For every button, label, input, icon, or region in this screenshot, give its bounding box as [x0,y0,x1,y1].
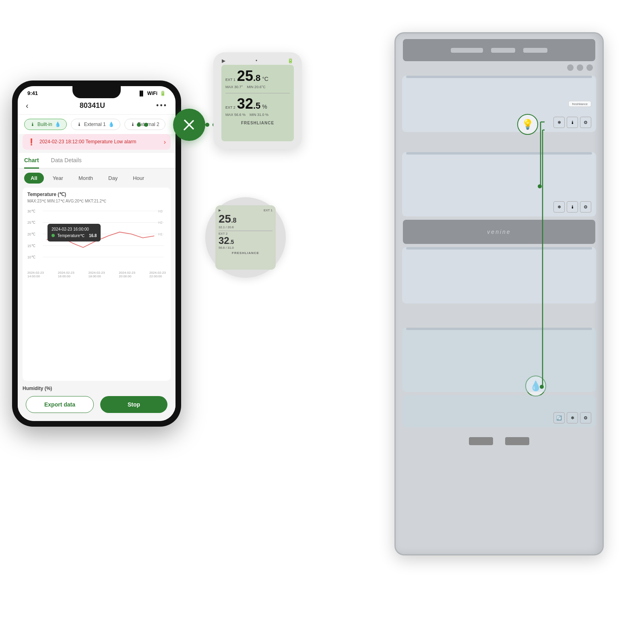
dot-2 [577,64,583,71]
battery-icon-dev: 🔋 [287,58,293,64]
ext2-min: MIN 31.0 % [250,113,268,117]
fridge-section-4 [402,247,596,303]
tooltip-label: Temperature℃ [58,233,85,238]
status-time: 9:41 [27,90,38,96]
bluetooth-icon [180,116,198,134]
drop-icon: 💧 [55,122,61,127]
shelf-1 [406,76,592,78]
fridge-icon-box-4: ❄ [553,201,565,213]
temp-chart-label: Temperature (℃) [27,192,166,197]
ext2-label: EXT 2 [225,105,235,109]
fridge-icon-panel-1: ❄ 🌡 ⚙ [553,117,591,128]
x-label-5: 2024-02-2322:00:00 [149,271,166,278]
svg-text:10℃: 10℃ [27,255,35,259]
stop-button[interactable]: Stop [100,396,167,413]
x-axis: 2024-02-2314:00:00 2024-02-2316:00:00 20… [27,271,166,278]
svg-text:H2: H2 [158,221,163,225]
export-button[interactable]: Export data [26,396,94,413]
bt-dot-1 [137,123,141,127]
divider [225,93,290,93]
battery-icon: 🔋 [160,91,166,96]
mounting-dots [396,64,603,72]
fridge-temp-sensor: 💡 [517,114,538,135]
time-btn-all[interactable]: All [24,173,44,184]
freshliance-device-2: ▶ EXT 1 25.8 32.1 / 20.6 EXT 2 32.5 56.6… [205,197,286,278]
ext2-max: MAX 56.6 % [225,113,246,117]
ext2-temp: 32.5 [237,97,260,111]
temp-chart-stats: MAX:23℃ MIN:17℃ AVG:20℃ MKT:21.2℃ [27,199,166,203]
shelf-5 [406,328,592,330]
dev-s-max2: 56.6 / 31.0 [219,246,234,250]
tab-data-details[interactable]: Data Details [51,153,82,169]
svg-text:20℃: 20℃ [27,232,35,236]
fridge-icon-box-3: ⚙ [580,117,591,128]
thermometer-icon-ext1: 🌡 [77,122,82,127]
foot-2 [505,437,529,445]
fridge-label-tag: freshliance [568,101,591,107]
bottom-buttons: Export data Stop [18,391,175,421]
device-small-inner: ▶ EXT 1 25.8 32.1 / 20.6 EXT 2 32.5 56.6… [215,205,276,270]
more-button[interactable]: ••• [156,101,167,110]
chart-tabs: Chart Data Details [18,153,175,169]
alarm-bar[interactable]: ❗ 2024-02-23 18:12:00 Temperature Low al… [23,134,171,150]
svg-text:30℃: 30℃ [27,209,35,213]
bt-dot-3 [205,123,209,127]
fridge-section-6: 🔄 ❄ ⚙ [402,395,596,427]
signal-icon: ▐▌ [138,91,145,96]
sensor-tab-builtin[interactable]: 🌡 Built-in 💧 [24,119,67,130]
sensor-tab-ext1[interactable]: 🌡 External 1 💧 [71,119,120,130]
back-button[interactable]: ‹ [26,101,29,110]
x-label-3: 2024-02-2318:00:00 [89,271,105,278]
dot-3 [586,64,593,71]
fridge-wrapper: freshliance ❄ 🌡 ⚙ 💡 ❄ 🌡 ⚙ venin [394,32,620,576]
ext1-unit: °C [262,76,268,82]
panel-element-1 [451,48,483,53]
app-title: 80341U [80,101,105,110]
svg-text:25℃: 25℃ [27,221,35,225]
alarm-arrow: › [164,138,166,146]
bt-icon-small: • [256,58,257,64]
humidity-label: Humidity (%) [18,384,175,391]
fridge-section-2: ❄ 🌡 ⚙ [402,152,596,217]
device-top-icons: ▶ • 🔋 [218,58,297,64]
x-label-4: 2024-02-2320:00:00 [119,271,135,278]
dot-1 [567,64,574,71]
bluetooth-bubble [173,109,205,141]
time-btn-hour[interactable]: Hour [126,173,151,184]
time-btn-month[interactable]: Month [72,173,99,184]
shelf-2 [406,152,592,155]
fridge-icon-panel-2: ❄ 🌡 ⚙ [553,201,591,213]
fridge-body: freshliance ❄ 🌡 ⚙ 💡 ❄ 🌡 ⚙ venin [394,32,604,555]
svg-text:H3: H3 [158,209,163,213]
svg-text:15℃: 15℃ [27,244,35,248]
ext1-min: MIN 20.6°C [247,85,266,89]
play-icon: ▶ [222,58,225,64]
sensor-tab-ext1-label: External 1 [84,122,106,127]
tab-chart[interactable]: Chart [24,153,39,169]
fridge-icon-box-2: 🌡 [567,117,578,128]
ext1-label: EXT 1 [225,78,235,82]
freshliance-device-1: ▶ • 🔋 EXT 1 25.8 °C MAX 30.7° MIN 20.6°C… [213,52,302,149]
time-btn-day[interactable]: Day [102,173,124,184]
sensor-tab-builtin-label: Built-in [37,122,52,127]
fridge-icon-box-5: 🌡 [567,201,578,213]
fridge-section-1: freshliance ❄ 🌡 ⚙ [402,76,596,132]
shelf-4 [406,247,592,250]
dev-small-brand: EXT 1 [264,208,272,212]
fridge-icon-box-8: ❄ [567,412,578,423]
x-label-1: 2024-02-2314:00:00 [27,271,44,278]
fridge-icon-box-9: ⚙ [580,412,591,423]
ext1-row: EXT 1 25.8 °C [225,69,290,83]
ext1-temp: 25.8 [237,69,260,83]
app-header: ‹ 80341U ••• [18,98,175,115]
ext2-minmax: MAX 56.6 % MIN 31.0 % [225,113,290,117]
x-label-2: 2024-02-2316:00:00 [58,271,74,278]
wifi-icon: WiFi [147,91,157,96]
temperature-chart-svg: 30℃ 25℃ 20℃ 15℃ 10℃ H3 H2 H1 [27,206,166,270]
time-btn-year[interactable]: Year [46,173,70,184]
fridge-brand-label: venine [487,229,511,235]
svg-text:H1: H1 [158,232,163,236]
fridge-section-5 [402,328,596,392]
ext2-row: EXT 2 32.5 % [225,97,290,111]
fridge-top-panel [403,39,595,61]
